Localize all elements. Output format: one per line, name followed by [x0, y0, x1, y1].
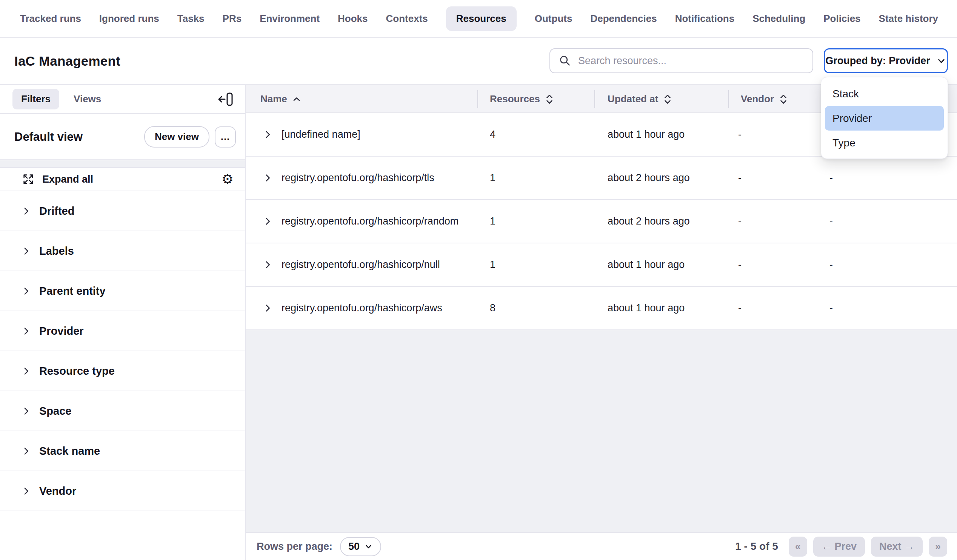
default-view-row: Default view New view ...	[0, 115, 245, 159]
cell-extra: -	[829, 200, 833, 243]
filter-section-labels[interactable]: Labels	[0, 231, 245, 271]
cell-resources: 1	[490, 200, 496, 243]
column-header-name[interactable]: Name	[261, 85, 301, 113]
row-expand-chevron-icon[interactable]	[263, 287, 272, 330]
tab-filters[interactable]: Filters	[13, 89, 59, 109]
nav-dependencies[interactable]: Dependencies	[590, 13, 657, 25]
cell-name: registry.opentofu.org/hashicorp/random	[281, 200, 458, 243]
row-expand-chevron-icon[interactable]	[263, 200, 272, 243]
column-separator	[594, 90, 595, 108]
last-page-button[interactable]: »	[929, 536, 947, 557]
gear-icon[interactable]: ⚙	[221, 172, 234, 186]
expand-all-icon	[22, 173, 35, 186]
row-expand-chevron-icon[interactable]	[263, 243, 272, 286]
chevron-right-icon	[22, 446, 31, 456]
filter-section-provider[interactable]: Provider	[0, 311, 245, 351]
nav-tasks[interactable]: Tasks	[177, 13, 205, 25]
nav-policies[interactable]: Policies	[823, 13, 861, 25]
nav-hooks[interactable]: Hooks	[338, 13, 368, 25]
cell-vendor: -	[738, 200, 742, 243]
filter-section-label: Provider	[39, 325, 84, 338]
table-footer: Rows per page: 50 1 - 5 of 5 « ← Prev Ne…	[246, 532, 957, 560]
column-header-updated-at[interactable]: Updated at	[608, 85, 672, 113]
rows-per-page-select[interactable]: 50	[340, 537, 381, 556]
row-expand-chevron-icon[interactable]	[263, 113, 272, 156]
column-label: Resources	[490, 93, 540, 105]
cell-updated-at: about 2 hours ago	[608, 200, 690, 243]
nav-notifications[interactable]: Notifications	[675, 13, 734, 25]
nav-tracked-runs[interactable]: Tracked runs	[20, 13, 81, 25]
filter-section-vendor[interactable]: Vendor	[0, 471, 245, 511]
view-more-button[interactable]: ...	[215, 126, 236, 148]
cell-name: [undefined name]	[281, 113, 360, 156]
nav-contexts[interactable]: Contexts	[386, 13, 428, 25]
nav-prs[interactable]: PRs	[223, 13, 242, 25]
menu-item-type[interactable]: Type	[825, 131, 944, 155]
cell-name: registry.opentofu.org/hashicorp/tls	[281, 156, 434, 199]
filters-sidebar: Filters Views Default view New view ...	[0, 85, 246, 560]
cell-updated-at: about 1 hour ago	[608, 113, 685, 156]
nav-ignored-runs[interactable]: Ignored runs	[99, 13, 159, 25]
search-box[interactable]	[550, 48, 813, 73]
column-header-resources[interactable]: Resources	[490, 85, 554, 113]
nav-resources[interactable]: Resources	[446, 6, 516, 31]
column-header-vendor[interactable]: Vendor	[741, 85, 788, 113]
cell-updated-at: about 2 hours ago	[608, 156, 690, 199]
nav-outputs[interactable]: Outputs	[535, 13, 572, 25]
collapse-sidebar-button[interactable]	[217, 91, 234, 107]
filter-section-label: Space	[39, 405, 71, 417]
chevron-right-icon	[22, 246, 31, 256]
cell-resources: 4	[490, 113, 496, 156]
chevron-right-icon	[22, 286, 31, 296]
sort-both-icon	[545, 93, 554, 105]
menu-item-provider[interactable]: Provider	[825, 106, 944, 131]
filter-section-label: Drifted	[39, 205, 74, 218]
search-icon	[559, 54, 571, 67]
search-input[interactable]	[578, 55, 804, 67]
nav-scheduling[interactable]: Scheduling	[752, 13, 805, 25]
nav-environment[interactable]: Environment	[260, 13, 320, 25]
chevron-down-icon	[364, 542, 373, 551]
chevron-right-icon	[22, 207, 31, 216]
tab-views[interactable]: Views	[74, 93, 101, 105]
cell-name: registry.opentofu.org/hashicorp/aws	[281, 287, 442, 330]
row-expand-chevron-icon[interactable]	[263, 156, 272, 199]
chevron-right-icon	[22, 406, 31, 416]
sort-asc-icon	[292, 96, 301, 102]
column-label: Updated at	[608, 93, 658, 105]
sidebar-tabs: Filters Views	[0, 85, 245, 114]
table-row[interactable]: registry.opentofu.org/hashicorp/random 1…	[246, 200, 957, 243]
cell-vendor: -	[738, 243, 742, 286]
expand-all-row[interactable]: Expand all ⚙	[0, 167, 245, 191]
new-view-button[interactable]: New view	[144, 126, 209, 148]
cell-extra: -	[829, 156, 833, 199]
sort-both-icon	[779, 93, 788, 105]
rows-per-page-value: 50	[348, 541, 360, 552]
grouped-by-button[interactable]: Grouped by: Provider	[824, 48, 948, 73]
first-page-button[interactable]: «	[789, 536, 807, 557]
sort-both-icon	[663, 93, 672, 105]
prev-page-button[interactable]: ← Prev	[813, 536, 865, 557]
nav-state-history[interactable]: State history	[879, 13, 938, 25]
filter-section-drifted[interactable]: Drifted	[0, 191, 245, 231]
filter-section-resource-type[interactable]: Resource type	[0, 351, 245, 391]
filter-section-space[interactable]: Space	[0, 391, 245, 431]
filter-section-label: Vendor	[39, 485, 76, 497]
cell-extra: -	[829, 243, 833, 286]
column-separator	[728, 90, 729, 108]
next-page-button[interactable]: Next →	[871, 536, 923, 557]
chevron-right-icon	[22, 366, 31, 376]
filter-section-parent-entity[interactable]: Parent entity	[0, 271, 245, 311]
table-row[interactable]: registry.opentofu.org/hashicorp/tls 1 ab…	[246, 156, 957, 200]
column-separator	[477, 90, 478, 108]
filter-section-label: Resource type	[39, 365, 115, 377]
chevron-down-icon	[936, 56, 946, 66]
cell-resources: 1	[490, 243, 496, 286]
filter-section-stack-name[interactable]: Stack name	[0, 431, 245, 471]
table-row[interactable]: registry.opentofu.org/hashicorp/aws 8 ab…	[246, 287, 957, 330]
menu-item-stack[interactable]: Stack	[825, 82, 944, 106]
cell-vendor: -	[738, 156, 742, 199]
cell-vendor: -	[738, 113, 742, 156]
expand-all-label: Expand all	[42, 174, 93, 185]
table-row[interactable]: registry.opentofu.org/hashicorp/null 1 a…	[246, 243, 957, 287]
